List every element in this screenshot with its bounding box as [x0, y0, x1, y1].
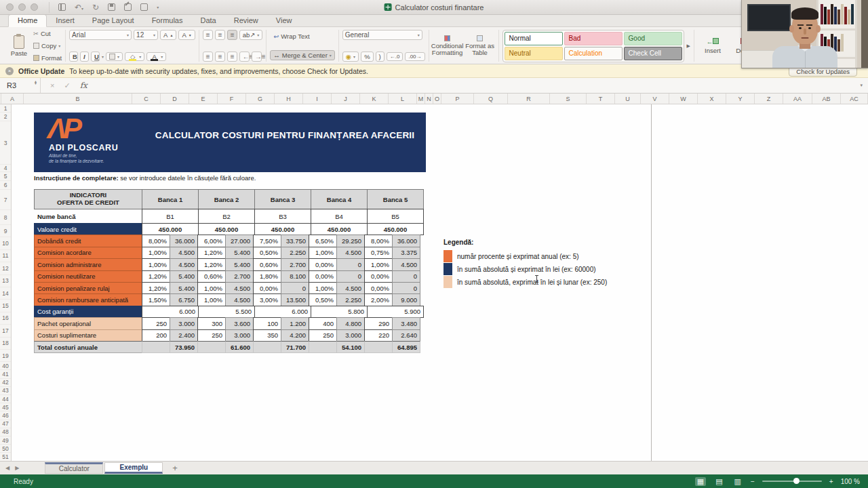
input-cell[interactable]: 0,00% — [253, 282, 281, 294]
row-label[interactable]: Comision neutilizare — [34, 270, 142, 283]
input-cell[interactable]: 200 — [142, 329, 170, 342]
input-cell[interactable]: 0,50% — [253, 247, 281, 259]
bank-header[interactable]: Banca 5 — [367, 189, 424, 209]
cell-style-neutral[interactable]: Neutral — [505, 47, 563, 60]
input-cell[interactable]: 0,60% — [197, 270, 226, 283]
value-cell[interactable]: 450.000 — [254, 223, 311, 235]
row-header-15[interactable]: 15 — [0, 300, 11, 312]
computed-cell[interactable]: 29.250 — [336, 235, 365, 247]
format-as-table-button[interactable]: Format as Table — [465, 35, 495, 57]
align-left-button[interactable]: ≡ — [203, 52, 213, 62]
zoom-out-icon[interactable]: − — [751, 478, 755, 485]
input-cell[interactable]: 0,00% — [364, 270, 393, 283]
format-painter-button[interactable]: Format — [33, 54, 62, 62]
row-header-16[interactable]: 16 — [0, 312, 11, 325]
input-cell[interactable]: 1,20% — [197, 258, 226, 270]
row-header-11[interactable]: 11 — [0, 250, 11, 262]
value-cell[interactable]: 6.000 — [254, 306, 311, 318]
cut-button[interactable]: ✂Cut — [33, 30, 62, 37]
computed-cell[interactable]: 1.200 — [281, 317, 309, 329]
input-cell[interactable]: 290 — [364, 317, 393, 329]
sheet-scroll-left-icon[interactable]: ◀ — [5, 465, 9, 471]
column-header-U[interactable]: U — [615, 94, 641, 104]
value-cell[interactable]: 5.500 — [198, 306, 255, 318]
sheet-tab-calculator[interactable]: Calculator — [45, 462, 103, 474]
merge-center-button[interactable]: ↔Merge & Center▾ — [270, 50, 335, 60]
input-cell[interactable]: 1,00% — [142, 258, 170, 270]
computed-cell[interactable]: 4.500 — [225, 282, 254, 294]
insert-function-icon[interactable]: fx — [80, 81, 87, 90]
input-cell[interactable]: 0,75% — [364, 247, 393, 259]
value-cell[interactable]: 450.000 — [198, 223, 255, 235]
row-header-47[interactable]: 47 — [0, 420, 11, 428]
row-label[interactable]: Comision penalizare rulaj — [34, 282, 142, 294]
confirm-entry-icon[interactable]: ✓ — [64, 81, 70, 90]
computed-cell[interactable]: 3.480 — [392, 317, 420, 329]
ribbon-tab-home[interactable]: Home — [8, 14, 47, 27]
font-size-select[interactable]: 12▾ — [134, 30, 158, 40]
value-cell[interactable]: B1 — [142, 209, 199, 224]
column-header-X[interactable]: X — [698, 94, 726, 104]
orientation-button[interactable]: ab↗▾ — [239, 30, 263, 40]
input-cell[interactable]: 1,00% — [364, 258, 393, 270]
input-cell[interactable]: 220 — [364, 329, 393, 342]
row-label[interactable]: Nume bancă — [34, 209, 142, 224]
column-header-Q[interactable]: Q — [474, 94, 508, 104]
input-cell[interactable]: 2,00% — [364, 293, 393, 306]
zoom-slider[interactable] — [762, 481, 822, 482]
value-cell[interactable]: 5.800 — [311, 306, 368, 318]
computed-cell[interactable]: 36.000 — [170, 235, 198, 247]
row-header-19[interactable]: 19 — [0, 350, 11, 362]
computed-cell[interactable]: 0 — [336, 258, 365, 270]
input-cell[interactable]: 1,00% — [309, 247, 337, 259]
add-sheet-button[interactable]: + — [172, 463, 178, 473]
value-cell[interactable]: B2 — [198, 209, 255, 224]
computed-cell[interactable]: 5.400 — [225, 258, 254, 270]
grow-font-button[interactable]: A▲ — [160, 30, 176, 40]
row-header-18[interactable]: 18 — [0, 338, 11, 350]
value-cell[interactable]: B3 — [254, 209, 311, 224]
total-value-cell[interactable]: 61.600 — [225, 341, 254, 353]
copy-button[interactable]: Copy▾ — [33, 42, 62, 49]
new-document-icon[interactable] — [140, 3, 148, 11]
column-header-G[interactable]: G — [246, 94, 275, 104]
computed-cell[interactable]: 4.500 — [336, 247, 365, 259]
input-cell[interactable]: 1,20% — [142, 270, 170, 283]
row-header-43[interactable]: 43 — [0, 387, 11, 395]
close-window-button[interactable] — [6, 3, 14, 11]
value-cell[interactable]: 450.000 — [367, 223, 424, 235]
row-header-2[interactable]: 2 — [0, 113, 11, 121]
computed-cell[interactable]: 4.800 — [336, 317, 365, 329]
expand-formula-bar-icon[interactable]: ▾ — [860, 83, 863, 88]
column-header-L[interactable]: L — [389, 94, 417, 104]
align-center-button[interactable]: ≡ — [215, 52, 225, 62]
input-cell[interactable]: 0,00% — [309, 258, 337, 270]
computed-cell[interactable]: 4.500 — [225, 293, 254, 306]
shrink-font-button[interactable]: A▼ — [178, 30, 195, 40]
row-header-14[interactable]: 14 — [0, 287, 11, 300]
input-cell[interactable]: 8,00% — [142, 235, 170, 247]
computed-cell[interactable]: 4.200 — [281, 329, 309, 342]
column-header-AC[interactable]: AC — [841, 94, 868, 104]
total-value-cell[interactable]: 54.100 — [336, 341, 365, 353]
name-box-stepper[interactable]: ▲▼ — [34, 81, 37, 85]
wrap-text-button[interactable]: ↩Wrap Text — [270, 31, 335, 41]
zoom-window-button[interactable] — [31, 3, 38, 11]
value-cell[interactable]: 5.900 — [367, 306, 424, 318]
toggle-sidebar-icon[interactable] — [58, 3, 66, 11]
percent-style-button[interactable]: % — [361, 52, 373, 62]
window-controls[interactable] — [6, 3, 38, 11]
column-header-C[interactable]: C — [132, 94, 161, 104]
column-header-F[interactable]: F — [218, 94, 246, 104]
column-header-V[interactable]: V — [641, 94, 669, 104]
computed-cell[interactable]: 3.000 — [336, 329, 365, 342]
row-header-40[interactable]: 40 — [0, 362, 11, 370]
computed-cell[interactable]: 3.375 — [392, 247, 420, 259]
computed-cell[interactable]: 2.640 — [392, 329, 420, 342]
total-spacer-cell[interactable] — [253, 341, 281, 353]
qat-more-icon[interactable]: ▾ — [157, 5, 159, 9]
value-cell[interactable]: 6.000 — [142, 306, 199, 318]
input-cell[interactable]: 300 — [197, 317, 226, 329]
ribbon-tab-review[interactable]: Review — [225, 15, 267, 26]
borders-button[interactable]: ▾ — [106, 52, 123, 61]
